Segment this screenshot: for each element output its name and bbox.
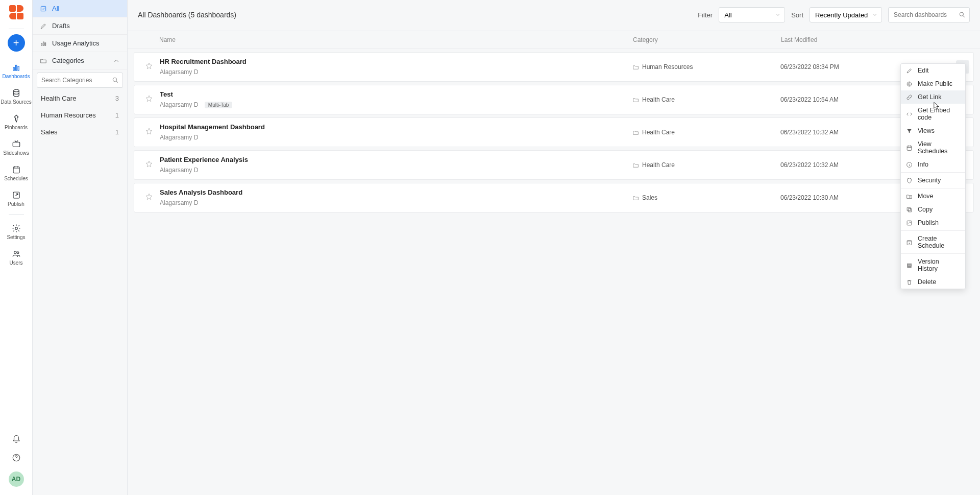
sidebar-categories[interactable]: Categories bbox=[33, 52, 127, 69]
rail-dashboards[interactable]: Dashboards bbox=[0, 59, 33, 84]
sidebar-usage-analytics[interactable]: Usage Analytics bbox=[33, 35, 127, 52]
menu-label: Get Embed code bbox=[918, 107, 960, 121]
menu-label: Get Link bbox=[918, 93, 942, 101]
menu-label: Create Schedule bbox=[918, 235, 960, 249]
rail-data-sources[interactable]: Data Sources bbox=[0, 84, 33, 110]
star-icon bbox=[145, 95, 153, 103]
dashboard-row[interactable]: Test Alagarsamy D Multi-Tab Health Care … bbox=[134, 85, 974, 114]
menu-get-link[interactable]: Get Link bbox=[901, 90, 965, 104]
menu-copy[interactable]: Copy bbox=[901, 203, 965, 216]
sidebar-label: Usage Analytics bbox=[52, 39, 100, 47]
menu-publish[interactable]: Publish bbox=[901, 216, 965, 229]
category-cell: Health Care bbox=[632, 129, 780, 136]
dashboard-title: HR Recruitment Dashboard bbox=[160, 58, 632, 65]
category-count: 1 bbox=[115, 128, 119, 136]
category-cell: Health Care bbox=[632, 96, 780, 103]
category-item[interactable]: Health Care3 bbox=[33, 90, 127, 107]
favorite-star[interactable] bbox=[138, 127, 160, 137]
favorite-star[interactable] bbox=[138, 95, 160, 105]
shield-icon bbox=[906, 177, 913, 184]
name-cell: HR Recruitment Dashboard Alagarsamy D bbox=[160, 58, 632, 76]
col-name[interactable]: Name bbox=[159, 36, 633, 43]
rail-pinboards[interactable]: Pinboards bbox=[0, 110, 33, 135]
svg-rect-4 bbox=[13, 142, 20, 147]
col-modified[interactable]: Last Modified bbox=[781, 36, 934, 43]
svg-rect-56 bbox=[908, 266, 912, 267]
menu-view-schedules[interactable]: View Schedules bbox=[901, 137, 965, 158]
svg-rect-51 bbox=[907, 207, 911, 211]
menu-get-embed-code[interactable]: Get Embed code bbox=[901, 104, 965, 124]
folder-icon bbox=[632, 129, 639, 136]
filter-label: Filter bbox=[698, 11, 713, 19]
menu-move[interactable]: Move bbox=[901, 190, 965, 203]
svg-point-15 bbox=[113, 78, 116, 81]
menu-views[interactable]: Views bbox=[901, 124, 965, 137]
dashboard-list: HR Recruitment Dashboard Alagarsamy D Hu… bbox=[128, 49, 980, 213]
help-icon[interactable] bbox=[12, 453, 21, 462]
menu-make-public[interactable]: Make Public bbox=[901, 77, 965, 90]
info-icon bbox=[906, 161, 913, 168]
category-search-input[interactable] bbox=[37, 73, 123, 88]
star-icon bbox=[145, 193, 153, 201]
sidebar-drafts[interactable]: Drafts bbox=[33, 17, 127, 35]
rail-label: Slideshows bbox=[0, 150, 33, 156]
search-icon bbox=[959, 11, 966, 18]
favorite-star[interactable] bbox=[138, 62, 160, 72]
menu-version-history[interactable]: Version History bbox=[901, 255, 965, 275]
menu-delete[interactable]: Delete bbox=[901, 275, 965, 289]
rail-settings[interactable]: Settings bbox=[0, 220, 33, 245]
publish-icon bbox=[906, 220, 913, 226]
calendar-icon bbox=[906, 145, 913, 151]
menu-label: Publish bbox=[918, 219, 939, 226]
dashboard-row[interactable]: HR Recruitment Dashboard Alagarsamy D Hu… bbox=[134, 52, 974, 82]
favorite-star[interactable] bbox=[138, 193, 160, 203]
trash-icon bbox=[906, 279, 913, 286]
search-icon bbox=[112, 77, 119, 84]
menu-edit[interactable]: Edit bbox=[901, 64, 965, 77]
name-cell: Patient Experience Analysis Alagarsamy D bbox=[160, 156, 632, 174]
dashboard-search-input[interactable] bbox=[888, 7, 970, 22]
publish-icon bbox=[12, 191, 21, 200]
dashboard-search bbox=[888, 7, 970, 22]
sidebar-all[interactable]: All bbox=[33, 0, 127, 17]
user-avatar[interactable]: AD bbox=[9, 472, 24, 487]
filter-select[interactable]: All bbox=[719, 7, 785, 22]
sort-select[interactable]: Recently Updated bbox=[810, 7, 882, 22]
code-icon bbox=[906, 111, 913, 117]
svg-point-7 bbox=[15, 227, 17, 230]
bell-icon[interactable] bbox=[12, 435, 21, 444]
category-count: 3 bbox=[115, 95, 119, 102]
menu-security[interactable]: Security bbox=[901, 174, 965, 187]
svg-rect-11 bbox=[41, 6, 45, 11]
category-item[interactable]: Sales1 bbox=[33, 124, 127, 140]
globe-icon bbox=[906, 81, 913, 87]
database-icon bbox=[12, 88, 21, 98]
rail-schedules[interactable]: Schedules bbox=[0, 161, 33, 186]
category-cell: Sales bbox=[632, 194, 780, 201]
dashboard-row[interactable]: Patient Experience Analysis Alagarsamy D… bbox=[134, 150, 974, 180]
svg-rect-55 bbox=[908, 265, 912, 266]
category-item[interactable]: Human Resources1 bbox=[33, 107, 127, 124]
menu-label: View Schedules bbox=[918, 140, 960, 155]
rail-publish[interactable]: Publish bbox=[0, 186, 33, 212]
dashboard-author: Alagarsamy D bbox=[160, 199, 198, 206]
logo bbox=[9, 5, 23, 19]
category-cell: Human Resources bbox=[632, 63, 780, 70]
pin-icon bbox=[12, 114, 21, 123]
rail-users[interactable]: Users bbox=[0, 245, 33, 271]
bars-icon bbox=[40, 40, 47, 47]
col-category[interactable]: Category bbox=[633, 36, 781, 43]
rail-slideshows[interactable]: Slideshows bbox=[0, 135, 33, 161]
favorite-star[interactable] bbox=[138, 160, 160, 170]
menu-create-schedule[interactable]: Create Schedule bbox=[901, 232, 965, 252]
menu-info[interactable]: Info bbox=[901, 158, 965, 171]
chart-icon bbox=[12, 63, 21, 72]
dashboard-row[interactable]: Sales Analysis Dashboard Alagarsamy D Sa… bbox=[134, 183, 974, 213]
dashboard-row[interactable]: Hospital Management Dashboard Alagarsamy… bbox=[134, 117, 974, 147]
dashboard-author: Alagarsamy D bbox=[160, 167, 198, 174]
menu-label: Version History bbox=[918, 258, 960, 272]
create-button[interactable]: + bbox=[8, 34, 25, 52]
menu-label: Edit bbox=[918, 67, 929, 74]
rail-label: Dashboards bbox=[0, 74, 33, 79]
category-name: Health Care bbox=[41, 95, 76, 102]
